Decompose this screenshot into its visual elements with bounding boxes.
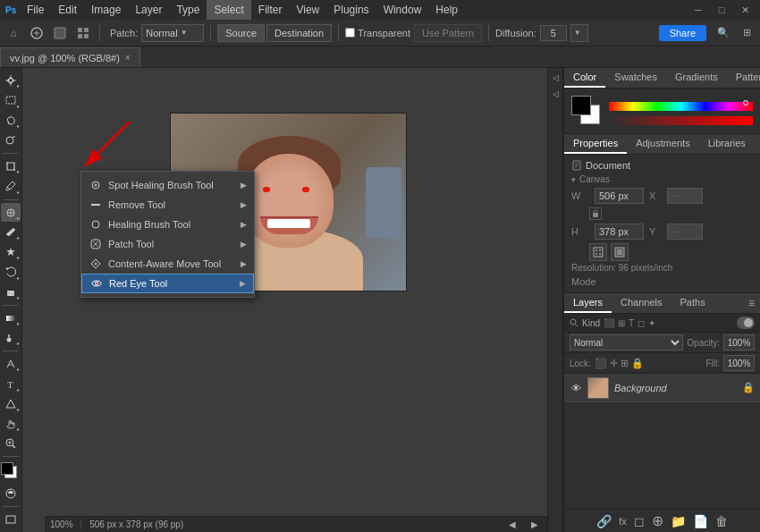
canvas-section-label[interactable]: Canvas — [571, 174, 753, 184]
menu-plugins[interactable]: Plugins — [326, 0, 376, 20]
remove-tool-menuitem[interactable]: Remove Tool ▶ — [81, 195, 254, 215]
filter-toggle[interactable] — [737, 317, 755, 329]
healing-brush-tool[interactable]: ▸ — [1, 203, 21, 221]
spot-healing-brush-menuitem[interactable]: Spot Healing Brush Tool ▶ — [81, 175, 254, 195]
maximize-btn[interactable]: □ — [712, 0, 731, 20]
layer-row-background[interactable]: 👁 Background 🔒 — [564, 374, 760, 402]
foreground-background-colors[interactable] — [1, 462, 21, 480]
menu-edit[interactable]: Edit — [51, 0, 84, 20]
tab-channels[interactable]: Channels — [612, 293, 671, 313]
layer-effects-btn[interactable]: fx — [619, 516, 627, 527]
dodge-tool[interactable]: ▸ — [1, 329, 21, 347]
transparent-checkbox[interactable]: Transparent — [345, 28, 410, 38]
link-layers-btn[interactable]: 🔗 — [596, 514, 612, 528]
new-layer-btn[interactable]: 📄 — [693, 514, 708, 528]
mode-dropdown[interactable]: Normal ▼ — [141, 24, 204, 42]
document-tab[interactable]: vv.jpg @ 100% (RGB/8#) × — [0, 47, 140, 67]
tab-patterns[interactable]: Patterns — [727, 68, 760, 88]
tab-swatches[interactable]: Swatches — [605, 68, 666, 88]
text-tool[interactable]: T ▸ — [1, 375, 21, 393]
menu-filter[interactable]: Filter — [251, 0, 290, 20]
hue-slider[interactable] — [609, 102, 753, 111]
zoom-tool[interactable] — [1, 435, 21, 452]
tab-close-btn[interactable]: × — [125, 53, 131, 63]
menu-view[interactable]: View — [289, 0, 326, 20]
minimize-btn[interactable]: ─ — [688, 0, 708, 20]
menu-type[interactable]: Type — [169, 0, 207, 20]
menu-layer[interactable]: Layer — [128, 0, 169, 20]
lock-artboard-icon[interactable]: ⊞ — [621, 358, 629, 369]
hand-tool[interactable]: ▸ — [1, 415, 21, 433]
patch-tool-menuitem[interactable]: Patch Tool ▶ — [81, 234, 254, 254]
fill-value[interactable]: 100% — [723, 355, 755, 371]
destination-button[interactable]: Destination — [266, 24, 332, 42]
diffusion-input[interactable] — [540, 25, 567, 41]
blend-mode-select[interactable]: Normal — [570, 334, 683, 350]
lock-aspect-ratio[interactable] — [589, 207, 602, 220]
eyedropper-tool[interactable]: ▸ — [1, 177, 21, 195]
height-value[interactable]: 378 px — [595, 224, 644, 240]
tab-adjustments[interactable]: Adjustments — [627, 134, 699, 154]
tab-color[interactable]: Color — [564, 68, 605, 88]
home-icon[interactable]: ⌂ — [4, 23, 23, 43]
width-value[interactable]: 506 px — [595, 188, 644, 204]
diffusion-dropdown[interactable]: ▼ — [570, 24, 588, 42]
clone-stamp-tool[interactable]: ▸ — [1, 243, 21, 261]
shape-tool[interactable]: ▸ — [1, 395, 21, 413]
share-button[interactable]: Share — [659, 25, 706, 41]
lock-pixels-icon[interactable]: ⬛ — [595, 358, 607, 369]
brush-tool[interactable]: ▸ — [1, 224, 21, 241]
filter-text-icon[interactable]: T — [629, 318, 634, 328]
lock-all-icon[interactable]: 🔒 — [631, 358, 644, 369]
arrange-view-icon[interactable]: ⊞ — [737, 23, 756, 43]
panel-toggle-2[interactable]: ◁ — [549, 88, 562, 100]
source-button[interactable]: Source — [217, 24, 265, 42]
filter-pixel-icon[interactable]: ⬛ — [604, 318, 614, 328]
panel-toggle-1[interactable]: ◁ — [549, 72, 562, 84]
status-arrow-left[interactable]: ◀ — [502, 515, 522, 533]
history-brush-tool[interactable]: ▸ — [1, 263, 21, 281]
content-aware-move-menuitem[interactable]: Content-Aware Move Tool ▶ — [81, 254, 254, 274]
new-fill-layer-btn[interactable]: ⊕ — [652, 512, 663, 529]
close-btn[interactable]: ✕ — [735, 0, 755, 20]
healing-brush-menuitem[interactable]: Healing Brush Tool ▶ — [81, 215, 254, 234]
y-value[interactable]: — — [667, 224, 703, 240]
tab-layers[interactable]: Layers — [564, 293, 612, 313]
new-group-btn[interactable]: 📁 — [671, 514, 686, 528]
edit-in-quick-mask[interactable] — [1, 485, 21, 502]
brush-preset-icon[interactable] — [50, 23, 70, 43]
search-icon[interactable]: 🔍 — [714, 23, 733, 43]
menu-select[interactable]: Select — [207, 0, 250, 20]
crop-tool[interactable]: ▸ — [1, 157, 21, 175]
opacity-value[interactable]: 100% — [723, 334, 755, 350]
menu-file[interactable]: File — [20, 0, 51, 20]
pen-tool[interactable]: ▸ — [1, 355, 21, 373]
tab-libraries[interactable]: Libraries — [699, 134, 755, 154]
lock-position-icon[interactable]: ✛ — [610, 358, 618, 369]
lasso-tool[interactable]: ▸ — [1, 112, 21, 130]
tab-properties[interactable]: Properties — [564, 134, 627, 154]
menu-help[interactable]: Help — [428, 0, 465, 20]
eraser-tool[interactable]: ▸ — [1, 283, 21, 301]
tools-icon[interactable] — [27, 23, 46, 43]
properties-panel-menu[interactable]: ≡ — [755, 134, 760, 154]
quick-select-tool[interactable] — [1, 131, 21, 149]
delete-layer-btn[interactable]: 🗑 — [715, 514, 728, 528]
filter-shape-icon[interactable]: ◻ — [638, 318, 645, 328]
red-eye-tool-menuitem[interactable]: Red Eye Tool ▶ — [81, 274, 254, 293]
gradient-tool[interactable]: ▸ — [1, 309, 21, 327]
use-pattern-button[interactable]: Use Pattern — [414, 24, 482, 42]
change-screen-mode[interactable] — [1, 511, 21, 528]
filter-adjust-icon[interactable]: ⊞ — [618, 318, 625, 328]
alpha-slider[interactable] — [609, 116, 753, 125]
move-tool[interactable]: ▸ — [1, 72, 21, 89]
foreground-color-swatch[interactable] — [571, 96, 591, 115]
layers-panel-menu[interactable]: ≡ — [743, 293, 760, 313]
menu-image[interactable]: Image — [84, 0, 128, 20]
status-arrow-right[interactable]: ▶ — [525, 515, 545, 533]
tab-paths[interactable]: Paths — [671, 293, 714, 313]
add-mask-btn[interactable]: ◻ — [634, 514, 645, 528]
x-value[interactable]: — — [667, 188, 703, 204]
fit-canvas-icon[interactable] — [589, 243, 607, 261]
layer-visibility-eye[interactable]: 👁 — [570, 382, 582, 394]
